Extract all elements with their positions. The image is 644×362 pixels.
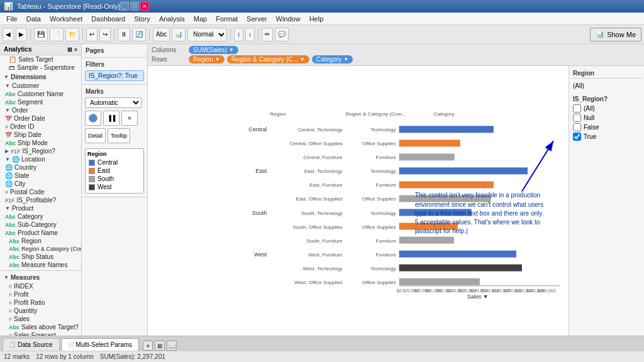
filter-chip-is-region[interactable]: IS_Region?: True: [85, 70, 144, 81]
sub-label-8: South, Furniture: [306, 238, 343, 244]
marks-type-dropdown[interactable]: Automatic: [85, 97, 142, 108]
sidebar-order-id[interactable]: # Order ID: [0, 123, 81, 131]
sidebar-sub-category[interactable]: Abc Sub-Category: [0, 221, 81, 229]
save-btn[interactable]: 💾: [34, 28, 48, 41]
bar-4[interactable]: [399, 181, 494, 188]
label-btn[interactable]: ≡: [121, 111, 138, 126]
redo-btn[interactable]: ↪: [99, 28, 111, 41]
sidebar-is-profitable[interactable]: #1F IS_Profitable?: [0, 196, 81, 204]
bar-1[interactable]: [399, 140, 460, 146]
menu-format[interactable]: Format: [212, 14, 242, 24]
bar-0[interactable]: [399, 126, 494, 133]
region-east-item[interactable]: East: [87, 167, 142, 175]
sidebar-location-group[interactable]: ▼ 🌐 Location: [0, 155, 81, 163]
sidebar-state[interactable]: 🌐 State: [0, 172, 81, 180]
sidebar-category[interactable]: Abc Category: [0, 212, 81, 221]
region-south-item[interactable]: South: [87, 175, 142, 183]
bar-2[interactable]: [399, 153, 455, 160]
new-sheet-btn[interactable]: +: [143, 341, 153, 351]
color-btn[interactable]: [85, 111, 101, 126]
sidebar-region-dim[interactable]: Abc Region: [0, 237, 81, 245]
sidebar-customer-name[interactable]: Abc Customer Name: [0, 90, 81, 98]
new-btn[interactable]: 📄: [50, 28, 64, 41]
tooltip-btn[interactable]: 💬: [275, 28, 289, 41]
sidebar-product-group[interactable]: ▼ Product: [0, 204, 81, 212]
region-central-item[interactable]: Central: [87, 158, 142, 167]
sidebar-postal-code[interactable]: # Postal Code: [0, 188, 81, 196]
sidebar-is-region[interactable]: ▶ #1F IS_Region?: [0, 147, 81, 155]
normal-select[interactable]: Normal: [187, 28, 227, 41]
undo-btn[interactable]: ↩: [86, 28, 97, 41]
sidebar-order-group[interactable]: ▼ Order: [0, 106, 81, 114]
tab-data-source[interactable]: 📋 Data Source: [3, 338, 60, 351]
menu-worksheet[interactable]: Worksheet: [46, 14, 86, 24]
sidebar-sales-forecast[interactable]: # Sales Forecast: [0, 331, 81, 336]
sub-label-10: West, Technology: [303, 266, 343, 272]
menu-window[interactable]: Window: [272, 14, 304, 24]
sidebar-country[interactable]: 🌐 Country: [0, 163, 81, 172]
sidebar-product-name[interactable]: Abc Product Name: [0, 229, 81, 237]
sidebar-sales-above-target[interactable]: Abc Sales above Target?: [0, 323, 81, 331]
detail-btn[interactable]: Detail: [85, 128, 106, 143]
category-pill[interactable]: Category ▼: [312, 55, 353, 63]
sort-asc-btn[interactable]: ↕: [234, 28, 243, 41]
bar-11[interactable]: [399, 278, 480, 285]
sort-desc-btn[interactable]: ↓: [245, 28, 255, 41]
sidebar-customer-group[interactable]: ▼ Customer: [0, 82, 81, 90]
tab-multi-select-params[interactable]: 📄 Multi-Select Params: [61, 338, 139, 351]
new-dashboard-btn[interactable]: ⊞: [155, 341, 165, 351]
maximize-btn[interactable]: □: [130, 2, 139, 11]
minimize-btn[interactable]: _: [120, 2, 129, 11]
chart-type-btn[interactable]: 📊: [172, 28, 186, 41]
sidebar-ship-status[interactable]: Abc Ship Status: [0, 253, 81, 261]
menu-server[interactable]: Server: [243, 14, 270, 24]
checkbox-false-input[interactable]: [573, 123, 581, 131]
sidebar-quantity[interactable]: # Quantity: [0, 307, 81, 315]
region-west-item[interactable]: West: [87, 183, 142, 191]
menu-file[interactable]: File: [3, 14, 21, 24]
sidebar-city[interactable]: 🌐 City: [0, 180, 81, 188]
forward-btn[interactable]: ▶: [16, 28, 27, 41]
toolbar-sep-2: [82, 28, 83, 41]
cat-label-7: Office Supplies: [362, 224, 396, 230]
size-btn[interactable]: ▐▐: [103, 111, 119, 126]
menu-map[interactable]: Map: [190, 14, 211, 24]
sum-sales-label: SUM(Sales): [193, 47, 227, 53]
sidebar-ship-date[interactable]: 📅 Ship Date: [0, 131, 81, 139]
sidebar-profit-ratio[interactable]: # Profit Ratio: [0, 299, 81, 307]
sidebar-profit[interactable]: # Profit: [0, 290, 81, 299]
sidebar-index[interactable]: # INDEX: [0, 282, 81, 290]
filters-title: Filters: [84, 60, 145, 69]
menu-data[interactable]: Data: [23, 14, 45, 24]
menu-analysis[interactable]: Analysis: [155, 14, 189, 24]
tooltip-btn-mark[interactable]: Tooltip: [108, 128, 130, 143]
sidebar-ship-mode[interactable]: Abc Ship Mode: [0, 139, 81, 147]
checkbox-all-input[interactable]: [573, 104, 581, 112]
menu-dashboard[interactable]: Dashboard: [87, 14, 129, 24]
sidebar-segment[interactable]: Abc Segment: [0, 98, 81, 106]
sum-sales-pill[interactable]: SUM(Sales) ▼: [189, 46, 238, 54]
region-category-pill[interactable]: Region & Category (C... ▼: [227, 55, 309, 63]
sidebar-sample-superstore[interactable]: 🗃 Sample - Superstore: [0, 63, 81, 72]
sidebar-order-date[interactable]: 📅 Order Date: [0, 114, 81, 123]
sidebar-measure-names[interactable]: Abc Measure Names: [0, 261, 81, 269]
close-btn[interactable]: ✕: [140, 2, 149, 11]
sidebar-sales-target[interactable]: 📋 Sales Target: [0, 55, 81, 63]
sidebar-region-category[interactable]: Abc Region & Category (Com...: [0, 245, 81, 253]
pen-btn[interactable]: ✏: [262, 28, 273, 41]
back-btn[interactable]: ◀: [3, 28, 14, 41]
sidebar-sales[interactable]: # Sales: [0, 315, 81, 323]
checkbox-true-input[interactable]: [573, 133, 581, 141]
open-btn[interactable]: 📁: [65, 28, 79, 41]
menu-help[interactable]: Help: [306, 14, 328, 24]
checkbox-null-input[interactable]: [573, 114, 581, 122]
region-category-dropdown: ▼: [300, 57, 305, 62]
pause-btn[interactable]: ⏸: [118, 28, 130, 41]
show-me-btn[interactable]: 📊 Show Me: [590, 28, 641, 41]
bar-3[interactable]: [399, 167, 528, 174]
new-story-btn[interactable]: 📖: [167, 341, 177, 351]
refresh-btn[interactable]: 🔄: [132, 28, 146, 41]
region-pill[interactable]: Region ▼: [189, 55, 225, 63]
menu-story[interactable]: Story: [130, 14, 154, 24]
text-btn[interactable]: Abc: [153, 28, 170, 41]
